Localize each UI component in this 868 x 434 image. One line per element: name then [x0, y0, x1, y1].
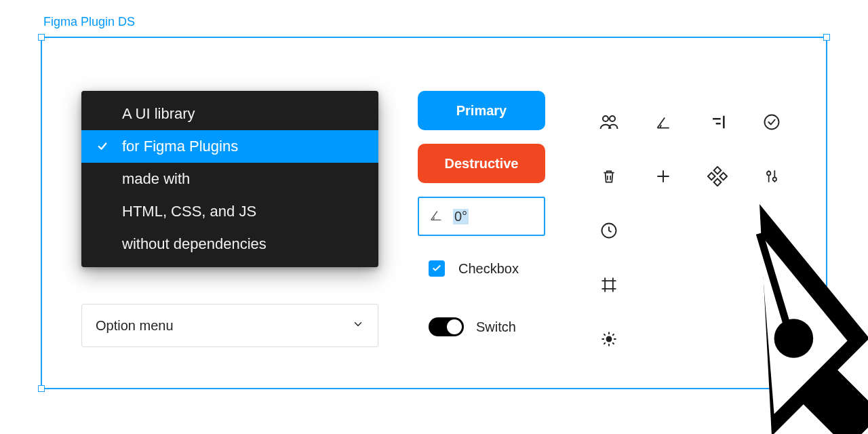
pen-nib-icon	[637, 203, 868, 434]
checkbox-row: Checkbox	[429, 260, 519, 277]
svg-point-7	[767, 172, 770, 175]
destructive-button[interactable]: Destructive	[418, 144, 545, 183]
switch-row: Switch	[429, 317, 516, 336]
check-placeholder	[95, 237, 110, 252]
svg-rect-3	[714, 167, 722, 174]
menu-item-label: for Figma Plugins	[122, 138, 238, 155]
dropdown-menu: A UI library for Figma Plugins made with…	[81, 91, 378, 267]
checkbox-label: Checkbox	[458, 261, 519, 277]
clock-icon[interactable]	[595, 217, 623, 244]
check-placeholder	[95, 204, 110, 219]
people-icon[interactable]	[595, 108, 623, 136]
primary-button[interactable]: Primary	[418, 91, 545, 130]
svg-point-2	[765, 115, 779, 130]
menu-item-label: A UI library	[122, 105, 195, 123]
trash-icon[interactable]	[595, 163, 623, 190]
menu-item[interactable]: made with	[81, 163, 378, 195]
check-icon	[431, 263, 442, 274]
select-label: Option menu	[96, 318, 174, 334]
menu-item[interactable]: A UI library	[81, 98, 378, 130]
svg-point-0	[603, 116, 608, 121]
brightness-icon[interactable]	[595, 326, 623, 353]
svg-rect-4	[714, 178, 722, 186]
check-placeholder	[95, 172, 110, 186]
svg-rect-5	[708, 173, 715, 180]
frame-label: Figma Plugin DS	[43, 15, 135, 29]
plus-icon[interactable]	[650, 163, 677, 190]
adjust-icon[interactable]	[758, 163, 785, 190]
checkbox[interactable]	[429, 260, 445, 277]
menu-item-label: made with	[122, 170, 190, 188]
switch-label: Switch	[476, 319, 516, 335]
menu-item[interactable]: HTML, CSS, and JS	[81, 195, 378, 228]
angle-value: 0°	[453, 209, 469, 224]
check-icon	[95, 139, 110, 154]
angle-input[interactable]: 0°	[418, 197, 545, 236]
svg-point-8	[773, 178, 776, 181]
menu-item-label: HTML, CSS, and JS	[122, 203, 256, 220]
svg-point-12	[774, 319, 814, 358]
resize-handle-tr[interactable]	[823, 34, 830, 41]
check-placeholder	[95, 106, 110, 121]
align-right-text-icon[interactable]	[704, 108, 731, 136]
menu-item[interactable]: without dependencies	[81, 228, 378, 260]
frame-icon[interactable]	[595, 271, 623, 298]
option-select[interactable]: Option menu	[81, 304, 378, 347]
switch-knob	[447, 319, 462, 334]
angle-icon[interactable]	[650, 108, 677, 136]
resize-handle-bl[interactable]	[38, 385, 45, 392]
svg-point-1	[610, 116, 615, 121]
svg-rect-6	[719, 173, 727, 180]
angle-icon	[429, 208, 443, 226]
menu-item-label: without dependencies	[122, 235, 267, 253]
check-circle-icon[interactable]	[758, 108, 785, 136]
svg-point-10	[607, 337, 612, 342]
switch-toggle[interactable]	[429, 317, 464, 336]
components-icon[interactable]	[704, 163, 731, 190]
button-label: Primary	[456, 103, 507, 119]
resize-handle-tl[interactable]	[38, 34, 45, 41]
chevron-down-icon	[352, 318, 364, 334]
button-label: Destructive	[445, 156, 519, 172]
menu-item-selected[interactable]: for Figma Plugins	[81, 130, 378, 163]
